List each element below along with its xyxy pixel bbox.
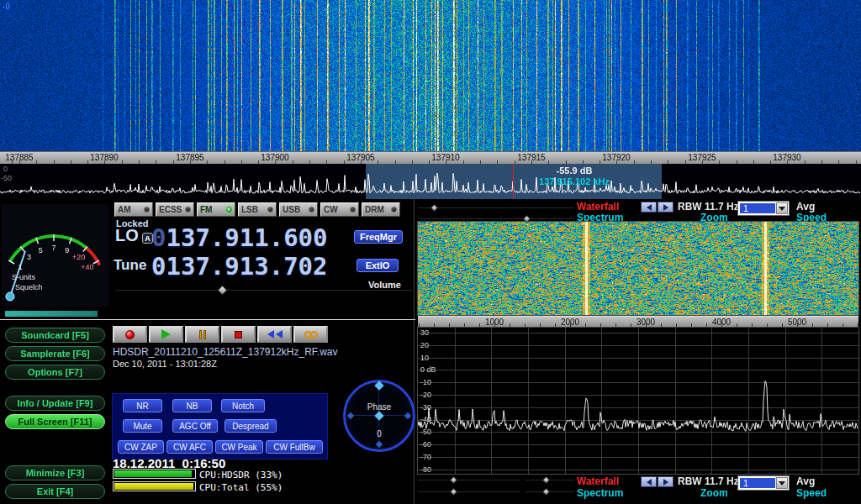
waterfall-mode-label[interactable]: Waterfall <box>577 201 619 213</box>
shift-left-button[interactable] <box>641 476 657 487</box>
zoom-spectrum-display[interactable]: 30 20 10 0 dB -10 -20 -30 -40 -50 -60 -7… <box>418 328 858 474</box>
divider-line <box>0 319 415 320</box>
zoom-frequency-scale[interactable]: 1000 2000 3000 4000 5000 <box>418 316 858 327</box>
agc-off-button[interactable]: AGC Off <box>172 419 218 433</box>
mode-buttons: AM ECSS FM LSB USB CW DRM <box>114 202 400 217</box>
db-axis-label: 30 <box>420 328 429 337</box>
nb-button[interactable]: NB <box>172 399 212 412</box>
main-waterfall[interactable] <box>0 0 861 151</box>
samplerate-button[interactable]: Samplerate [F6] <box>5 346 105 361</box>
slider-thumb[interactable] <box>430 204 439 213</box>
db-axis-label: -20 <box>420 391 431 399</box>
slider-thumb[interactable] <box>449 476 457 485</box>
slider-thumb[interactable] <box>449 488 457 496</box>
db-axis-label: -10 <box>420 378 431 386</box>
control-panel: 13579+20+40 S-units Squelch Soundcard [F… <box>0 199 861 504</box>
mode-am[interactable]: AM <box>114 202 153 217</box>
frequency-scale[interactable]: 137885 137890 137895 137900 137905 13791… <box>0 151 861 164</box>
led-icon <box>226 207 232 213</box>
despread-button[interactable]: Despread <box>224 419 277 433</box>
waterfall-mode-label-bottom[interactable]: Waterfall <box>577 475 619 487</box>
wav-file-date: Dec 10, 2011 - 13:01:28Z <box>113 359 217 369</box>
combo-dropdown-button[interactable] <box>776 477 788 489</box>
loop-button[interactable] <box>293 326 328 343</box>
main-spectrum-canvas[interactable] <box>0 164 861 199</box>
db-axis-label: -60 <box>420 440 431 449</box>
led-icon <box>144 207 150 213</box>
tune-frequency-display[interactable]: 0137.913.702 <box>151 252 328 281</box>
mode-lsb[interactable]: LSB <box>238 202 277 217</box>
phase-center-marker-icon <box>374 411 383 420</box>
play-button[interactable] <box>149 326 183 343</box>
db-axis-label: -70 <box>420 453 431 461</box>
main-spectrum-slider-1[interactable] <box>418 488 520 496</box>
volume-slider-thumb[interactable] <box>217 285 228 296</box>
stop-button[interactable] <box>221 326 256 343</box>
cpu-hdsdr-bar <box>113 469 196 479</box>
main-waterfall-slider-1[interactable] <box>418 476 520 485</box>
main-waterfall-slider-2[interactable] <box>526 476 574 485</box>
mode-ecss[interactable]: ECSS <box>156 202 194 217</box>
avg-combo[interactable]: 1 <box>737 201 790 216</box>
nr-button[interactable]: NR <box>123 399 162 412</box>
slider-thumb[interactable] <box>541 476 550 485</box>
mode-usb[interactable]: USB <box>279 202 318 217</box>
fullscreen-button[interactable]: Full Screen [F11] <box>5 414 105 429</box>
record-button[interactable] <box>113 326 147 343</box>
combo-dropdown-button[interactable] <box>776 202 788 214</box>
main-spectrum[interactable]: 0 -50 -55.9 dB 137.915.102 kHz <box>0 164 861 199</box>
volume-slider[interactable] <box>115 286 412 295</box>
shift-right-button[interactable] <box>658 202 673 213</box>
record-icon <box>125 330 135 339</box>
freqmgr-button[interactable]: FreqMgr <box>354 230 403 244</box>
phase-dial[interactable]: Phase 0 <box>343 380 415 452</box>
cw-peak-button[interactable]: CW Peak <box>215 440 263 454</box>
play-icon <box>161 329 171 339</box>
led-icon <box>185 207 191 213</box>
extio-button[interactable]: ExtIO <box>357 259 399 272</box>
svg-text:9: 9 <box>65 246 69 255</box>
s-meter[interactable]: 13579+20+40 S-units Squelch <box>2 204 109 307</box>
spectrum-mode-label-bottom[interactable]: Spectrum <box>577 487 623 499</box>
info-update-button[interactable]: Info / Update [F9] <box>5 396 105 411</box>
lo-frequency-display[interactable]: 0137.911.600 <box>151 223 328 252</box>
phase-value: 0 <box>346 429 413 438</box>
squelch-label: Squelch <box>15 283 43 291</box>
rewind-button[interactable] <box>257 326 292 343</box>
mode-drm[interactable]: DRM <box>362 202 400 217</box>
soundcard-button[interactable]: Soundcard [F5] <box>5 328 105 343</box>
right-arrow-icon <box>663 479 668 486</box>
shift-left-button[interactable] <box>641 202 657 213</box>
pause-button[interactable] <box>185 326 219 343</box>
mode-cw[interactable]: CW <box>320 202 359 217</box>
dropdown-arrow-icon <box>779 207 785 211</box>
main-spectrum-slider-2[interactable] <box>526 488 574 496</box>
waterfall-db-label: -0 <box>3 2 10 11</box>
notch-button[interactable]: Notch <box>221 399 265 412</box>
db-axis-label: 20 <box>420 341 429 349</box>
options-button[interactable]: Options [F7] <box>5 365 105 380</box>
avg-combo-bottom[interactable]: 1 <box>737 475 790 491</box>
mode-fm[interactable]: FM <box>197 202 235 217</box>
zoom-waterfall-canvas[interactable] <box>418 222 858 315</box>
zoom-waterfall-display[interactable] <box>418 222 858 315</box>
zoom-spectrum-canvas[interactable] <box>418 328 858 474</box>
shift-right-button[interactable] <box>658 476 673 487</box>
zoom-waterfall-slider[interactable] <box>418 204 574 213</box>
svg-text:1: 1 <box>18 263 23 271</box>
mute-button[interactable]: Mute <box>123 419 162 433</box>
cw-zap-button[interactable]: CW ZAP <box>118 440 164 454</box>
exit-button[interactable]: Exit [F4] <box>5 484 105 499</box>
minimize-button[interactable]: Minimize [F3] <box>5 465 105 480</box>
band-shift-buttons <box>641 202 673 213</box>
cw-afc-button[interactable]: CW AFC <box>166 440 213 454</box>
avg-label: Avg <box>796 201 815 213</box>
phase-right-marker-icon <box>404 412 411 419</box>
slider-thumb[interactable] <box>541 488 550 496</box>
db-axis-label: -80 <box>420 465 431 474</box>
cw-fullbw-button[interactable]: CW FullBw <box>266 440 323 454</box>
squelch-knob-icon <box>6 292 14 301</box>
stop-icon <box>235 331 242 339</box>
speed-label-bottom: Speed <box>796 487 827 499</box>
svg-text:+20: +20 <box>72 253 85 261</box>
